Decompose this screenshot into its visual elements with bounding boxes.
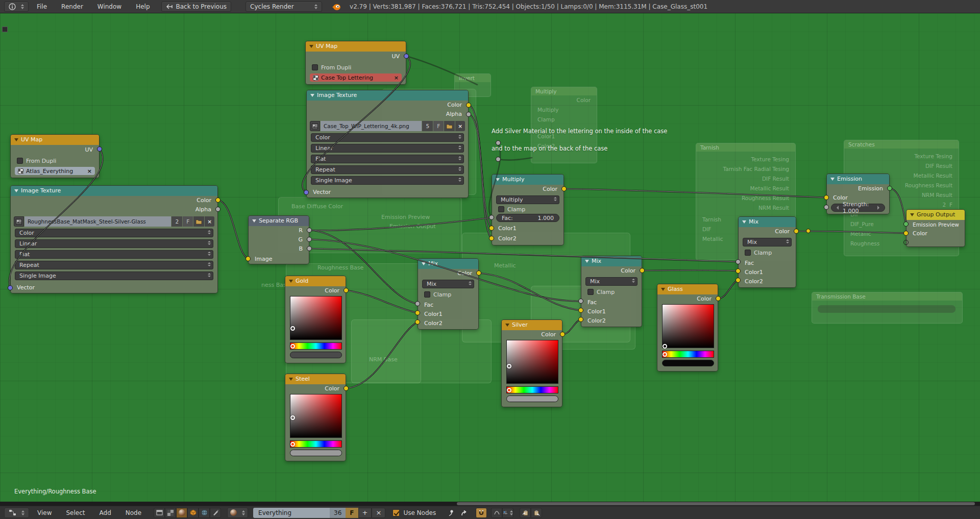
node-emission[interactable]: Emission Emission Color Strength: 1.000 [826, 174, 890, 214]
socket-alpha-output[interactable] [215, 207, 220, 212]
socket-b-output[interactable] [307, 246, 312, 251]
color-picker-sv-square[interactable] [506, 340, 558, 384]
color-value-slider[interactable] [662, 360, 714, 366]
node-header[interactable]: Steel [285, 374, 346, 384]
clear-icon[interactable]: × [394, 75, 399, 81]
socket-emission-preview-input[interactable] [903, 221, 909, 227]
tree-name-field[interactable]: Everything [253, 508, 330, 518]
color-picker-sv-square[interactable] [662, 304, 714, 348]
uv-map-name-field[interactable]: Atlas_Everything × [15, 167, 95, 175]
node-header[interactable]: Mix [581, 256, 642, 266]
color-picker-sv-square[interactable] [290, 296, 342, 340]
extension-select[interactable]: Repeat [15, 261, 213, 269]
strength-slider[interactable]: Strength: 1.000 [831, 204, 885, 212]
source-select[interactable]: Single Image [311, 176, 464, 185]
node-separate-rgb[interactable]: Separate RGB R G B Image [248, 215, 309, 264]
socket-emission-output[interactable] [887, 186, 892, 191]
checkbox-box[interactable] [17, 158, 23, 164]
back-to-previous-button[interactable]: Back to Previous [161, 2, 232, 12]
clamp-checkbox[interactable]: Clamp [739, 249, 796, 257]
image-name-field[interactable]: Case_Top_WIP_Lettering_4k.png [321, 121, 422, 131]
color-picker-hue-bar[interactable] [506, 386, 558, 393]
checkbox-box[interactable] [498, 206, 504, 212]
node-image-texture-top[interactable]: Image Texture Color Alpha Case_Top_WIP_L… [306, 90, 469, 198]
hue-cursor[interactable] [290, 344, 295, 349]
snap-stepper[interactable] [510, 510, 513, 515]
node-header[interactable]: Silver [502, 320, 562, 330]
menu-add[interactable]: Add [93, 509, 117, 516]
color-picker-hue-bar[interactable] [290, 342, 342, 350]
blend-type-select[interactable]: Mix [585, 277, 638, 286]
unlink-image-icon[interactable]: × [455, 121, 465, 131]
go-to-parent-button[interactable] [458, 508, 470, 518]
object-cube-icon[interactable] [187, 508, 199, 518]
node-header[interactable]: Glass [657, 284, 718, 294]
socket-color-output[interactable] [476, 270, 481, 276]
unlink-datablock-button[interactable]: × [372, 508, 385, 518]
fac-slider[interactable]: Fac:1.000 [496, 214, 559, 222]
shader-material-icon[interactable] [176, 508, 187, 518]
open-image-icon[interactable] [444, 121, 455, 131]
node-image-texture-left[interactable]: Image Texture Color Alpha RoughnessBase_… [10, 185, 218, 293]
node-header[interactable]: Image Texture [11, 186, 217, 196]
socket-color-output[interactable] [561, 186, 567, 191]
world-globe-icon[interactable] [199, 508, 210, 518]
clamp-checkbox[interactable]: Clamp [581, 288, 642, 296]
checkbox-box[interactable] [424, 291, 430, 298]
menu-help[interactable]: Help [130, 3, 156, 10]
paste-nodes-icon[interactable] [531, 508, 542, 518]
fake-user-button[interactable]: F [183, 216, 193, 227]
menu-file[interactable]: File [31, 3, 53, 10]
socket-color-output[interactable] [466, 103, 471, 108]
socket-color-output[interactable] [344, 386, 349, 391]
material-datablock-browse[interactable] [227, 508, 248, 518]
node-uv-map-left[interactable]: UV Map UV From Dupli Atlas_Everything × [10, 134, 100, 178]
use-nodes-checkbox[interactable] [393, 509, 400, 516]
socket-image-input[interactable] [246, 256, 251, 261]
snap-element-button[interactable] [502, 508, 513, 518]
snap-toggle-button[interactable] [476, 508, 487, 518]
node-header[interactable]: UV Map [11, 135, 99, 145]
blend-type-select[interactable]: Mix [743, 238, 792, 246]
color-picker-sv-square[interactable] [290, 394, 342, 438]
from-dupli-checkbox[interactable]: From Dupli [11, 157, 99, 165]
node-multiply[interactable]: Multiply Color Multiply Clamp Fac:1.000 … [492, 174, 564, 245]
color-value-slider[interactable] [506, 396, 558, 402]
extension-select[interactable]: Repeat [311, 165, 464, 174]
horizontal-scrollbar[interactable] [0, 502, 980, 506]
clamp-checkbox[interactable]: Clamp [418, 290, 478, 299]
socket-color2-input[interactable] [578, 317, 583, 322]
node-header[interactable]: Mix [739, 217, 796, 227]
socket-color-output[interactable] [794, 229, 799, 234]
socket-color2-input[interactable] [736, 278, 741, 283]
node-mix-1[interactable]: Mix Color Mix Clamp Fac Color1 Color2 [418, 258, 479, 330]
socket-color2-input[interactable] [489, 236, 494, 241]
node-editor-canvas[interactable]: Invert Multiply Color Multiply Clamp Col… [0, 13, 980, 502]
node-header[interactable]: Gold [285, 276, 346, 286]
socket-fac-input[interactable] [415, 301, 420, 306]
compositing-icon[interactable] [154, 508, 165, 518]
socket-vector-input[interactable] [8, 285, 13, 290]
slider-left-arrow-icon[interactable] [837, 206, 839, 210]
color-picker-hue-bar[interactable] [662, 351, 714, 358]
use-nodes-toggle[interactable]: Use Nodes [393, 509, 436, 516]
node-header[interactable]: Image Texture [307, 90, 468, 101]
socket-fac-input[interactable] [736, 259, 741, 264]
checkbox-box[interactable] [312, 64, 318, 70]
interpolation-select[interactable]: Linear [311, 144, 464, 153]
texture-checker-icon[interactable] [165, 508, 176, 518]
material-browse-stepper[interactable] [242, 510, 245, 515]
checkbox-box[interactable] [745, 250, 751, 256]
uv-map-name-field[interactable]: Case Top Lettering × [310, 73, 402, 82]
reroute-dot[interactable] [496, 157, 501, 162]
image-users-count[interactable]: 2 [172, 216, 182, 227]
editor-type-button[interactable] [4, 508, 29, 518]
snap-falloff-icon[interactable] [491, 508, 502, 518]
sv-cursor[interactable] [290, 326, 295, 331]
socket-color-output[interactable] [344, 288, 349, 293]
hue-cursor[interactable] [507, 388, 511, 392]
linestyle-brush-icon[interactable] [210, 508, 221, 518]
socket-color1-input[interactable] [578, 308, 583, 313]
node-header[interactable]: Separate RGB [249, 216, 309, 226]
menu-select[interactable]: Select [60, 509, 91, 516]
